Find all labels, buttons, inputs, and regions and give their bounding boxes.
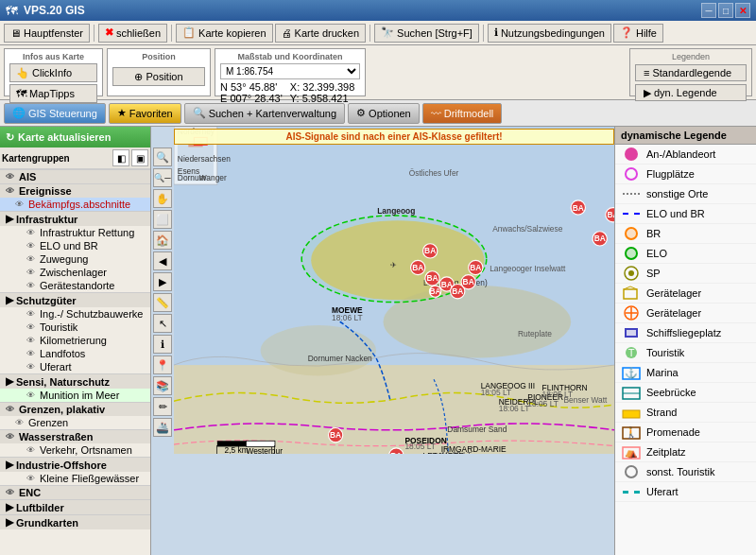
expand-all-button[interactable]: ▣ [131,149,148,166]
position-group: Position ⊕ Position [107,48,211,96]
svg-text:⚓: ⚓ [625,366,638,379]
sidebar-item-uferart[interactable]: 👁 Uferart [0,360,150,373]
refresh-icon: ↻ [6,131,14,144]
draw-button[interactable]: ✏ [153,397,172,416]
layer-button[interactable]: 📚 [153,376,172,395]
sidebar-item-grenzen-plakativ[interactable]: 👁 Grenzen, plakativ [0,402,150,416]
gis-steuerung-button[interactable]: 🌐 GIS Steuerung [4,103,106,124]
pan-button[interactable]: ✋ [153,189,172,208]
folder-icon: ▶ [6,516,13,529]
sidebar-item-luftbilder[interactable]: ▶ Luftbilder [0,499,150,514]
hauptfenster-button[interactable]: 🖥 Hauptfenster [4,24,90,43]
sidebar-item-grundkarten[interactable]: ▶ Grundkarten [0,514,150,529]
star-icon: ★ [117,107,127,119]
legend-item-anablandeort: An-/Ablandeort [615,145,756,165]
eye-icon: 👁 [6,186,14,196]
maptipps-button[interactable]: 🗺 MapTipps [9,84,97,103]
eye-icon: 👁 [26,349,35,358]
sidebar: ↻ Karte aktualisieren Kartengruppen ◧ ▣ … [0,127,151,555]
sidebar-item-verkehr[interactable]: 👁 Verkehr, Ortsnamen [0,443,150,457]
sidebar-item-infrastruktur[interactable]: ▶ Infrastruktur [0,211,150,226]
sidebar-item-industrie[interactable]: ▶ Industrie-Offshore [0,457,150,472]
eye-icon: 👁 [26,390,35,400]
favoriten-button[interactable]: ★ Favoriten [109,103,181,124]
schliessen-button[interactable]: ✖ schließen [98,24,167,43]
sidebar-item-wasserstrassen[interactable]: 👁 Wasserstraßen [0,429,150,443]
eye-icon: 👁 [26,322,35,332]
sidebar-item-zuwegung[interactable]: 👁 Zuwegung [0,252,150,266]
karte-aktualisieren-button[interactable]: ↻ Karte aktualisieren [0,127,150,147]
legend-item-uferart: Uferart [615,482,756,502]
svg-text:BA: BA [470,263,481,272]
map-svg[interactable]: ✈ Langeoog Östliches Ufer Langeoog (Hafe… [174,127,614,454]
svg-text:✈: ✈ [391,260,398,269]
ship-button[interactable]: 🚢 [153,418,172,437]
print-icon: 🖨 [282,27,292,39]
select-button[interactable]: ↖ [153,314,172,333]
map-icon: 🗺 [16,88,26,99]
sidebar-item-munition[interactable]: 👁 Munition im Meer [0,389,150,402]
infos-content: 👆 ClickInfo 🗺 MapTipps [9,63,97,103]
sidebar-item-infrastruktur-rettung[interactable]: 👁 Infrastruktur Rettung [0,226,150,239]
home-button[interactable]: 🏠 [153,231,172,250]
sidebar-item-schutzgueter[interactable]: ▶ Schutzgüter [0,292,150,307]
close-button[interactable]: ✕ [735,3,750,18]
svg-text:18:06 LT: 18:06 LT [332,313,363,322]
sidebar-item-sensi[interactable]: ▶ Sensi, Naturschutz [0,373,150,389]
sidebar-item-ereignisse[interactable]: 👁 Ereignisse [0,183,150,198]
measure-button[interactable]: 📏 [153,293,172,312]
suchen-button[interactable]: 🔭 Suchen [Strg+F] [374,24,479,43]
nutzungsbedingungen-button[interactable]: ℹ Nutzungsbedingungen [488,24,611,43]
sep4 [483,25,484,42]
hilfe-button[interactable]: ❓ Hilfe [613,24,663,43]
back-button[interactable]: ◀ [153,251,172,270]
minimize-button[interactable]: ─ [701,3,716,18]
legend-item-elo-br: ELO und BR [615,204,756,224]
svg-text:BA: BA [452,286,463,296]
sidebar-item-elo-br[interactable]: 👁 ELO und BR [0,239,150,252]
eye-icon: 👁 [6,432,14,442]
help-icon: ❓ [620,26,633,39]
scale-select[interactable]: M 1:86.754 [220,63,360,79]
svg-rect-93 [624,289,637,299]
clickinfo-button[interactable]: 👆 ClickInfo [9,63,97,82]
sidebar-item-kilometrierung[interactable]: 👁 Kilometrierung [0,334,150,347]
extent-button[interactable]: ⬜ [153,210,172,229]
map-area[interactable]: AIS-Signale sind nach einer AIS-Klasse g… [151,127,614,555]
sidebar-item-ais[interactable]: 👁 AIS [0,169,150,183]
position-button[interactable]: ⊕ Position [112,67,205,86]
sidebar-item-bekaempfgs[interactable]: 👁 Bekämpfgs.abschnitte [0,198,150,211]
sidebar-item-geraetestandorte[interactable]: 👁 Gerätestandorte [0,279,150,292]
br-icon [625,227,638,240]
zoom-out-button[interactable]: 🔍─ [153,168,172,187]
svg-text:BA: BA [330,430,341,440]
sidebar-item-fliessgewaesser[interactable]: 👁 Kleine Fließgewässer [0,472,150,485]
sidebar-item-touristik[interactable]: 👁 Touristik [0,321,150,334]
eye-icon: 👁 [26,474,35,483]
optionen-button[interactable]: ⚙ Optionen [348,103,420,124]
svg-text:Westerbur: Westerbur [246,446,283,454]
collapse-all-button[interactable]: ◧ [112,149,129,166]
karte-drucken-button[interactable]: 🖨 Karte drucken [275,24,366,43]
forward-button[interactable]: ▶ [153,272,172,291]
svg-text:BA: BA [429,286,440,296]
legend-item-zeitplatz: ⛺ Zeitplatz [615,442,756,462]
suchen-karte-button[interactable]: 🔍 Suchen + Kartenverwaltung [184,103,345,124]
zoom-in-button[interactable]: 🔍 [153,147,172,166]
sidebar-item-enc[interactable]: 👁 ENC [0,485,150,499]
svg-text:BA: BA [607,210,614,219]
sidebar-item-schutzbauwerke[interactable]: 👁 Ing.-/ Schutzbauwerke [0,307,150,321]
sidebar-item-grenzen[interactable]: 👁 Grenzen [0,416,150,429]
driftmodell-button[interactable]: 〰 Driftmodell [422,103,503,124]
maximize-button[interactable]: □ [718,3,733,18]
sidebar-item-zwischenlager[interactable]: 👁 Zwischenlager [0,266,150,279]
copy-icon: 📋 [182,26,196,39]
gps-button[interactable]: 📍 [153,356,172,374]
dyn-legende-button[interactable]: ▶ dyn. Legende [635,84,747,101]
karte-kopieren-button[interactable]: 📋 Karte kopieren [176,24,273,43]
svg-text:BA: BA [463,277,474,286]
sidebar-item-landfotos[interactable]: 👁 Landfotos [0,347,150,360]
info-map-button[interactable]: ℹ [153,335,172,354]
legend-item-marina: ⚓ Marina [615,363,756,383]
standardlegende-button[interactable]: ≡ Standardlegende [635,64,747,81]
